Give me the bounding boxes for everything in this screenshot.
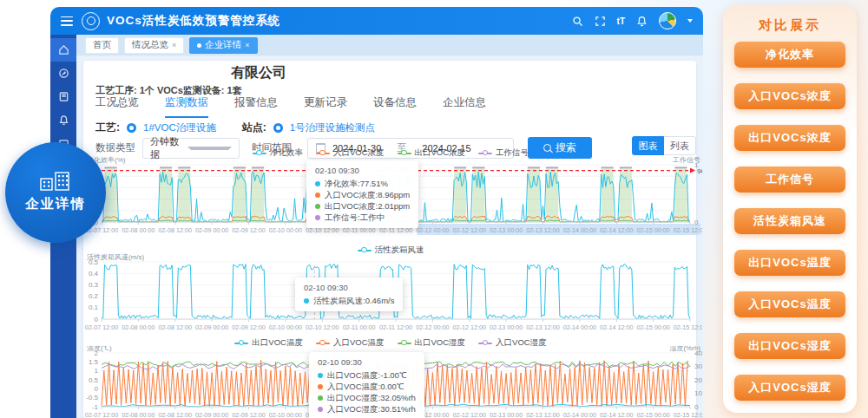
svg-text:02-08 00:00: 02-08 00:00 <box>122 226 155 234</box>
svg-text:0.2: 0.2 <box>89 292 99 300</box>
user-menu-caret-icon[interactable] <box>687 19 693 23</box>
svg-text:02-14 00:00: 02-14 00:00 <box>563 323 596 331</box>
content-tabs: 工况总览监测数据报警信息更新记录设备信息企业信息 <box>95 95 486 118</box>
breadcrumb-tab[interactable]: 首页 <box>85 37 119 54</box>
compare-button[interactable]: 出口VOCs湿度 <box>734 333 845 359</box>
compare-button[interactable]: 出口VOCs温度 <box>734 250 845 276</box>
svg-text:02-12 00:00: 02-12 00:00 <box>416 226 449 234</box>
app-title: VOCs活性炭低效预警管控系统 <box>107 13 280 29</box>
legend-item[interactable]: 出口VOC浓度 <box>398 147 466 159</box>
compare-button[interactable]: 入口VOCs湿度 <box>734 375 845 401</box>
svg-text:02-09 00:00: 02-09 00:00 <box>195 411 228 418</box>
svg-text:02-09 00:00: 02-09 00:00 <box>195 226 228 234</box>
app-stage: VOCs活性炭低效预警管控系统 tT 首页情况总览×企业详情× 有限公司 工艺工… <box>0 0 868 418</box>
compare-button[interactable]: 净化效率 <box>734 42 845 68</box>
svg-text:02-09 12:00: 02-09 12:00 <box>232 411 265 418</box>
content-tab[interactable]: 企业信息 <box>443 95 486 118</box>
svg-text:02-09 12:00: 02-09 12:00 <box>232 226 265 234</box>
svg-text:02-10 00:00: 02-10 00:00 <box>269 323 302 331</box>
svg-text:02-13 12:00: 02-13 12:00 <box>526 411 559 418</box>
process-label: 工艺: <box>95 121 120 135</box>
svg-text:02-15 00:00: 02-15 00:00 <box>636 226 669 234</box>
legend-marker-icon <box>478 343 492 344</box>
svg-text:02-10 00:00: 02-10 00:00 <box>269 226 302 234</box>
menu-collapse-icon[interactable] <box>61 16 73 26</box>
svg-text:02-07 12:00: 02-07 12:00 <box>85 411 118 418</box>
breadcrumb-tab[interactable]: 情况总览× <box>124 37 184 54</box>
svg-text:02-08 12:00: 02-08 12:00 <box>159 411 192 418</box>
content-tab[interactable]: 设备信息 <box>373 95 417 118</box>
legend-marker-icon <box>316 343 330 344</box>
compass-icon <box>58 68 69 79</box>
legend-efficiency-chart: 净化效率入口VOC浓度出口VOC浓度工作信号 <box>87 147 694 159</box>
site-value[interactable]: 1号治理设施检测点 <box>290 121 375 134</box>
svg-text:02-08 12:00: 02-08 12:00 <box>159 226 192 234</box>
content-tab[interactable]: 报警信息 <box>234 95 278 118</box>
svg-text:02-14 12:00: 02-14 12:00 <box>600 411 633 418</box>
font-size-icon[interactable]: tT <box>617 16 625 26</box>
svg-text:02-12 00:00: 02-12 00:00 <box>416 323 449 331</box>
search-icon[interactable] <box>572 16 583 27</box>
site-radio[interactable] <box>273 123 283 133</box>
fullscreen-icon[interactable] <box>595 16 606 27</box>
compare-button[interactable]: 入口VOCs温度 <box>734 291 845 317</box>
svg-text:1.5: 1.5 <box>89 358 99 366</box>
svg-text:02-08 00:00: 02-08 00:00 <box>122 323 155 331</box>
user-avatar[interactable] <box>659 12 676 29</box>
svg-text:30: 30 <box>694 362 702 370</box>
company-name-suffix: 有限公司 <box>231 64 286 82</box>
compare-button[interactable]: 活性炭箱风速 <box>734 208 845 234</box>
dashboard-icon <box>58 44 69 56</box>
svg-text:0: 0 <box>95 385 99 393</box>
svg-text:02-10 12:00: 02-10 12:00 <box>306 323 339 331</box>
legend-item[interactable]: 出口VOC湿度 <box>398 337 466 349</box>
svg-text:02-09 00:00: 02-09 00:00 <box>195 323 228 331</box>
building-icon <box>38 172 73 191</box>
legend-marker-icon <box>358 250 372 251</box>
legend-item[interactable]: 工作信号 <box>478 147 529 159</box>
svg-text:1: 1 <box>95 367 99 375</box>
svg-text:0: 0 <box>95 316 99 323</box>
compare-button[interactable]: 工作信号 <box>734 167 845 193</box>
svg-text:10: 10 <box>694 389 702 397</box>
enterprise-badge-label: 企业详情 <box>25 195 86 213</box>
svg-text:02-08 00:00: 02-08 00:00 <box>122 411 155 418</box>
legend-item[interactable]: 入口VOC温度 <box>316 337 385 349</box>
svg-text:0.5: 0.5 <box>89 376 99 384</box>
compare-button[interactable]: 入口VOCs浓度 <box>734 83 845 109</box>
sidebar-item-dashboard[interactable] <box>50 38 76 62</box>
compare-button[interactable]: 出口VOCs浓度 <box>734 125 845 151</box>
chart-tooltip: 02-10 09:30净化效率:77.51%入口VOC浓度:8.96ppm出口V… <box>306 160 418 228</box>
close-icon[interactable]: × <box>172 41 176 49</box>
site-label: 站点: <box>242 121 266 135</box>
enterprise-badge: 企业详情 <box>5 142 106 243</box>
sidebar-item-compass[interactable] <box>50 62 76 85</box>
svg-text:02-15 12:00: 02-15 12:00 <box>674 411 702 418</box>
svg-text:02-14 00:00: 02-14 00:00 <box>563 226 596 234</box>
process-value[interactable]: 1#VOC治理设施 <box>143 121 216 134</box>
legend-item[interactable]: 活性炭箱风速 <box>358 245 424 256</box>
close-icon[interactable]: × <box>245 41 249 49</box>
svg-text:0: 0 <box>694 219 699 226</box>
content-tab[interactable]: 监测数据 <box>165 95 208 118</box>
book-icon <box>58 91 69 102</box>
legend-item[interactable]: 出口VOC温度 <box>234 337 303 349</box>
legend-item[interactable]: 净化效率 <box>253 147 303 159</box>
sidebar-item-book[interactable] <box>50 85 76 108</box>
legend-wind-chart: 活性炭箱风速 <box>87 245 694 256</box>
process-site-filters: 工艺: 1#VOC治理设施 站点: 1号治理设施检测点 <box>95 121 375 135</box>
svg-text:02-15 00:00: 02-15 00:00 <box>636 323 669 331</box>
breadcrumb-tab[interactable]: 企业详情× <box>189 37 257 54</box>
process-radio[interactable] <box>127 123 136 133</box>
bell-icon <box>58 114 69 126</box>
legend-item[interactable]: 入口VOC浓度 <box>316 147 385 159</box>
bell-icon[interactable] <box>636 16 648 27</box>
content-tab[interactable]: 更新记录 <box>304 95 347 118</box>
top-bar: VOCs活性炭低效预警管控系统 tT <box>50 7 703 35</box>
legend-item[interactable]: 入口VOC湿度 <box>478 337 547 349</box>
svg-text:02-15 00:00: 02-15 00:00 <box>636 411 669 418</box>
sidebar-item-bell[interactable] <box>50 108 76 132</box>
svg-text:90: 90 <box>697 167 702 175</box>
legend-marker-icon <box>478 153 492 154</box>
content-tab[interactable]: 工况总览 <box>95 95 139 118</box>
